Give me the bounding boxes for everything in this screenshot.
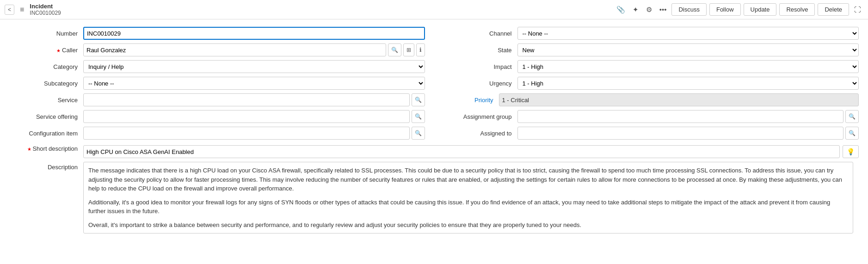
assigned-to-search-button[interactable]: 🔍 <box>845 127 859 140</box>
service-offering-label: Service offering <box>9 113 83 120</box>
caller-relation-button[interactable]: ⊞ <box>403 43 414 56</box>
number-label: Number <box>9 30 83 37</box>
subcategory-row: Subcategory -- None -- <box>9 77 425 90</box>
short-description-row: Short description 💡 <box>9 145 859 158</box>
service-offering-row: Service offering 🔍 <box>9 110 425 123</box>
delete-button[interactable]: Delete <box>818 3 849 16</box>
caller-control: 🔍 ⊞ ℹ <box>83 43 425 56</box>
right-column: Channel -- None -- Email Phone Web State… <box>443 27 859 143</box>
nav-buttons: < <box>5 5 14 15</box>
service-offering-search-button[interactable]: 🔍 <box>412 110 425 123</box>
caller-info-button[interactable]: ℹ <box>416 43 425 56</box>
lightbulb-button[interactable]: 💡 <box>843 145 859 158</box>
assignment-group-input[interactable] <box>517 110 844 123</box>
assignment-group-input-group: 🔍 <box>517 110 859 123</box>
config-item-input-group: 🔍 <box>83 127 425 140</box>
caller-search-button[interactable]: 🔍 <box>388 43 401 56</box>
assigned-to-control: 🔍 <box>517 127 859 140</box>
assigned-to-label: Assigned to <box>443 130 517 137</box>
update-button[interactable]: Update <box>744 3 777 16</box>
top-bar-left: < ≡ Incident INC0010029 <box>5 3 614 16</box>
service-offering-control: 🔍 <box>83 110 425 123</box>
state-label: State <box>443 47 517 54</box>
left-column: Number Caller 🔍 ⊞ ℹ Category <box>9 27 425 143</box>
assignment-group-row: Assignment group 🔍 <box>443 110 859 123</box>
config-item-label: Configuration item <box>9 130 83 137</box>
description-para-3: Overall, it's important to strike a bala… <box>88 221 848 230</box>
priority-row: Priority 1 - Critical <box>443 93 859 106</box>
title-group: Incident INC0010029 <box>30 3 61 16</box>
subcategory-label: Subcategory <box>9 80 83 87</box>
channel-control: -- None -- Email Phone Web <box>517 27 859 40</box>
incident-title: Incident <box>30 3 61 10</box>
priority-value: 1 - Critical <box>499 93 859 106</box>
config-item-row: Configuration item 🔍 <box>9 127 425 140</box>
resolve-button[interactable]: Resolve <box>779 3 815 16</box>
config-item-input[interactable] <box>83 127 410 140</box>
service-search-button[interactable]: 🔍 <box>412 93 425 106</box>
category-label: Category <box>9 63 83 70</box>
caller-label: Caller <box>9 47 83 54</box>
channel-select[interactable]: -- None -- Email Phone Web <box>517 27 859 40</box>
category-row: Category Inquiry / Help Software Hardwar… <box>9 60 425 73</box>
form-container: Number Caller 🔍 ⊞ ℹ Category <box>0 19 868 241</box>
follow-button[interactable]: Follow <box>709 3 741 16</box>
impact-control: 1 - High 2 - Medium 3 - Low <box>517 60 859 73</box>
top-bar: < ≡ Incident INC0010029 📎 ✦ ⚙ ••• Discus… <box>0 0 868 19</box>
assigned-to-input[interactable] <box>517 127 844 140</box>
form-grid: Number Caller 🔍 ⊞ ℹ Category <box>9 27 859 143</box>
service-control: 🔍 <box>83 93 425 106</box>
number-control <box>83 27 425 40</box>
description-para-1: The message indicates that there is a hi… <box>88 166 848 193</box>
number-row: Number <box>9 27 425 40</box>
hamburger-button[interactable]: ≡ <box>18 5 26 15</box>
caller-input[interactable] <box>83 43 386 56</box>
category-select[interactable]: Inquiry / Help Software Hardware Network <box>83 60 425 73</box>
incident-number-header: INC0010029 <box>30 10 61 16</box>
service-offering-input[interactable] <box>83 110 410 123</box>
caller-row: Caller 🔍 ⊞ ℹ <box>9 43 425 56</box>
urgency-control: 1 - High 2 - Medium 3 - Low <box>517 77 859 90</box>
subcategory-select[interactable]: -- None -- <box>83 77 425 90</box>
priority-link[interactable]: Priority <box>443 97 499 104</box>
discuss-button[interactable]: Discuss <box>671 3 707 16</box>
category-control: Inquiry / Help Software Hardware Network <box>83 60 425 73</box>
assigned-to-row: Assigned to 🔍 <box>443 127 859 140</box>
more-icon[interactable]: ••• <box>657 4 669 15</box>
description-para-2: Additionally, it's a good idea to monito… <box>88 198 848 216</box>
filter-icon[interactable]: ⚙ <box>644 4 654 15</box>
service-row: Service 🔍 <box>9 93 425 106</box>
short-description-label: Short description <box>9 145 83 152</box>
star-icon[interactable]: ✦ <box>630 4 641 15</box>
caller-input-group: 🔍 ⊞ ℹ <box>83 43 425 56</box>
urgency-select[interactable]: 1 - High 2 - Medium 3 - Low <box>517 77 859 90</box>
channel-row: Channel -- None -- Email Phone Web <box>443 27 859 40</box>
service-label: Service <box>9 97 83 104</box>
back-button[interactable]: < <box>5 5 14 15</box>
top-bar-right: 📎 ✦ ⚙ ••• Discuss Follow Update Resolve … <box>614 3 863 16</box>
service-input[interactable] <box>83 93 410 106</box>
description-label: Description <box>9 162 83 171</box>
service-offering-input-group: 🔍 <box>83 110 425 123</box>
impact-label: Impact <box>443 63 517 70</box>
number-input[interactable] <box>83 27 425 40</box>
urgency-row: Urgency 1 - High 2 - Medium 3 - Low <box>443 77 859 90</box>
short-description-control: 💡 <box>83 145 859 158</box>
state-select[interactable]: New In Progress On Hold Resolved Closed <box>517 43 859 56</box>
assigned-to-input-group: 🔍 <box>517 127 859 140</box>
description-row: Description The message indicates that t… <box>9 162 859 233</box>
channel-label: Channel <box>443 30 517 37</box>
impact-select[interactable]: 1 - High 2 - Medium 3 - Low <box>517 60 859 73</box>
attachment-icon[interactable]: 📎 <box>614 4 628 15</box>
assignment-group-search-button[interactable]: 🔍 <box>845 110 859 123</box>
service-input-group: 🔍 <box>83 93 425 106</box>
impact-row: Impact 1 - High 2 - Medium 3 - Low <box>443 60 859 73</box>
short-description-input[interactable] <box>83 145 840 158</box>
config-item-search-button[interactable]: 🔍 <box>412 127 425 140</box>
state-control: New In Progress On Hold Resolved Closed <box>517 43 859 56</box>
state-row: State New In Progress On Hold Resolved C… <box>443 43 859 56</box>
urgency-label: Urgency <box>443 80 517 87</box>
assignment-group-label: Assignment group <box>443 113 517 120</box>
expand-icon[interactable]: ⛶ <box>852 4 863 15</box>
description-content[interactable]: The message indicates that there is a hi… <box>83 162 853 233</box>
